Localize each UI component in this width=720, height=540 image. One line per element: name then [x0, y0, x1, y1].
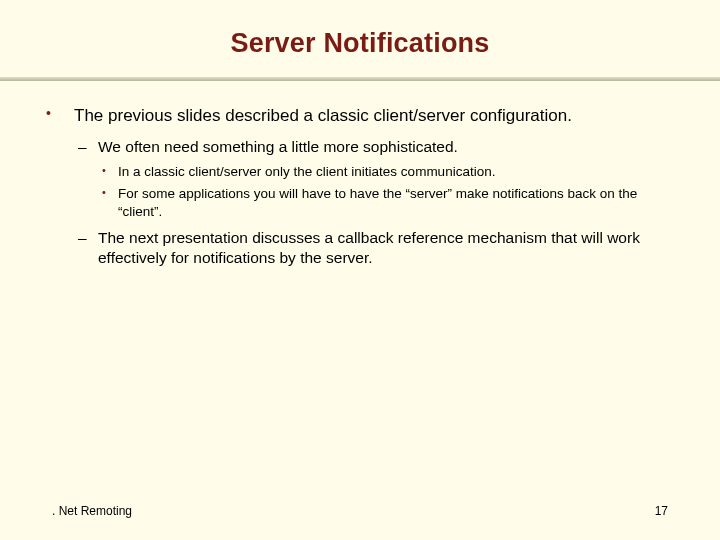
footer: . Net Remoting 17 [0, 504, 720, 518]
bullet-text: The previous slides described a classic … [74, 106, 572, 125]
bullet-text: The next presentation discusses a callba… [98, 229, 640, 266]
list-item: In a classic client/server only the clie… [98, 163, 680, 181]
list-item: The next presentation discusses a callba… [74, 228, 680, 268]
bullet-text: We often need something a little more so… [98, 138, 458, 155]
footer-page-number: 17 [655, 504, 668, 518]
bullet-list-lvl3: In a classic client/server only the clie… [98, 163, 680, 220]
list-item: The previous slides described a classic … [40, 105, 680, 269]
list-item: We often need something a little more so… [74, 137, 680, 221]
footer-left: . Net Remoting [52, 504, 132, 518]
bullet-list-lvl1: The previous slides described a classic … [40, 105, 680, 269]
divider-rule [0, 77, 720, 81]
slide-title: Server Notifications [40, 28, 680, 59]
bullet-text: For some applications you will have to h… [118, 186, 637, 219]
slide: Server Notifications The previous slides… [0, 0, 720, 540]
bullet-list-lvl2: We often need something a little more so… [74, 137, 680, 269]
list-item: For some applications you will have to h… [98, 185, 680, 221]
bullet-text: In a classic client/server only the clie… [118, 164, 495, 179]
